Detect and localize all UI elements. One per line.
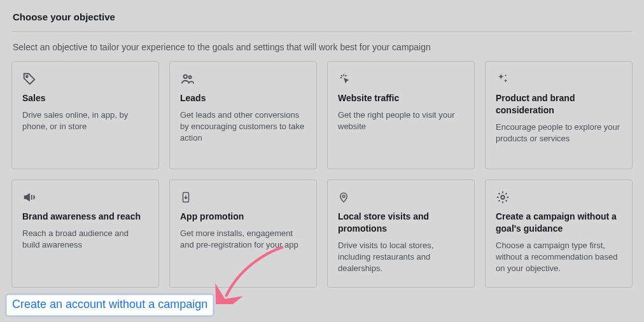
svg-point-5 [501, 195, 505, 199]
people-icon [180, 72, 306, 90]
click-icon [338, 72, 464, 90]
svg-point-4 [342, 195, 345, 198]
create-account-without-campaign-link[interactable]: Create an account without a campaign [6, 295, 213, 316]
card-desc: Get the right people to visit your websi… [338, 109, 464, 132]
card-title: Create a campaign without a goal's guida… [496, 211, 622, 235]
app-icon [180, 190, 306, 208]
card-title: Website traffic [338, 92, 464, 104]
page-subheading: Select an objective to tailor your exper… [11, 32, 633, 61]
sparkle-icon [496, 72, 622, 90]
objective-card-app-promotion[interactable]: App promotion Get more installs, engagem… [169, 179, 317, 288]
megaphone-icon [22, 190, 148, 208]
tag-icon [22, 72, 148, 90]
card-title: App promotion [180, 211, 306, 223]
svg-point-2 [189, 76, 192, 78]
card-desc: Encourage people to explore your product… [496, 122, 622, 144]
card-title: Brand awareness and reach [22, 211, 148, 223]
card-desc: Get more installs, engagement and pre-re… [180, 228, 306, 251]
objective-card-no-goal[interactable]: Create a campaign without a goal's guida… [485, 179, 633, 288]
objective-panel: Choose your objective Select an objectiv… [0, 0, 644, 299]
card-desc: Get leads and other conversions by encou… [180, 109, 306, 144]
objective-card-brand-awareness[interactable]: Brand awareness and reach Reach a broad … [11, 179, 159, 288]
objective-card-local-visits[interactable]: Local store visits and promotions Drive … [327, 179, 475, 288]
page-title: Choose your objective [11, 0, 633, 32]
card-title: Product and brand consideration [496, 92, 622, 116]
svg-point-1 [184, 75, 188, 79]
card-desc: Choose a campaign type first, without a … [496, 240, 622, 275]
card-desc: Reach a broad audience and build awarene… [22, 228, 148, 251]
card-desc: Drive sales online, in app, by phone, or… [22, 109, 148, 132]
card-desc: Drive visits to local stores, including … [338, 240, 464, 275]
objective-card-leads[interactable]: Leads Get leads and other conversions by… [169, 61, 317, 169]
objective-grid: Sales Drive sales online, in app, by pho… [11, 61, 633, 288]
svg-point-0 [26, 76, 28, 78]
card-title: Local store visits and promotions [338, 211, 464, 235]
objective-card-product-brand[interactable]: Product and brand consideration Encourag… [485, 61, 633, 169]
card-title: Sales [22, 92, 148, 104]
pin-icon [338, 190, 464, 208]
objective-card-website-traffic[interactable]: Website traffic Get the right people to … [327, 61, 475, 169]
card-title: Leads [180, 92, 306, 104]
gear-icon [496, 190, 622, 208]
objective-card-sales[interactable]: Sales Drive sales online, in app, by pho… [11, 61, 159, 169]
